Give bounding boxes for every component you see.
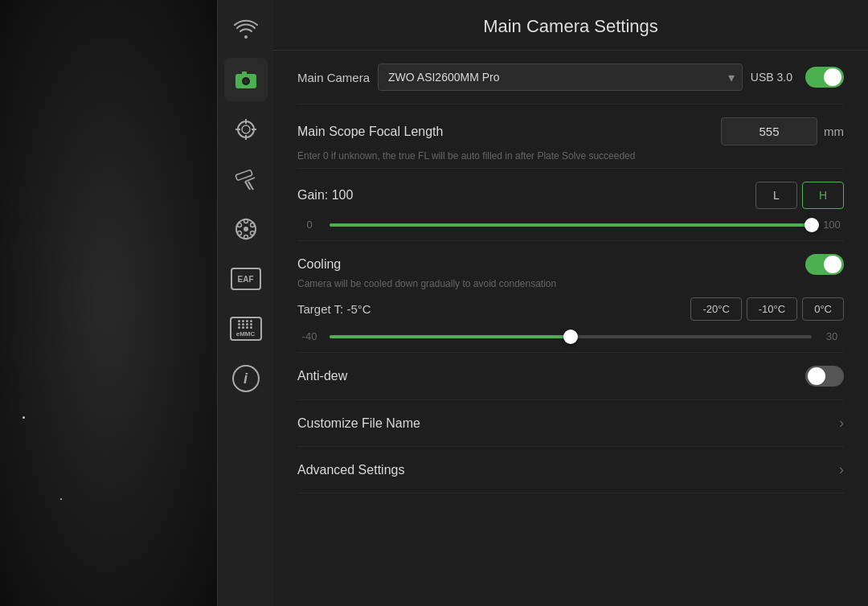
svg-point-15 (244, 227, 248, 231)
focal-label: Main Scope Focal Length (297, 125, 721, 139)
gain-max-label: 100 (820, 219, 844, 231)
info-icon: i (232, 365, 260, 392)
camera-preview-panel (0, 0, 217, 606)
cooling-preset-2[interactable]: -10°C (747, 297, 797, 321)
customize-file-label: Customize File Name (297, 416, 839, 431)
cooling-toggle-knob (824, 256, 841, 273)
usb-label: USB 3.0 (751, 71, 792, 84)
cooling-target-row: Target T: -5°C -20°C -10°C 0°C (297, 297, 844, 321)
sidebar-item-wifi[interactable] (224, 8, 268, 51)
camera-row: Main Camera ZWO ASI2600MM Pro ▾ USB 3.0 (297, 51, 844, 104)
cooling-slider-track[interactable] (330, 335, 812, 338)
gain-section: Gain: 100 L H 0 100 (297, 169, 844, 241)
cooling-max-label: 30 (820, 330, 844, 342)
advanced-settings-row[interactable]: Advanced Settings › (297, 447, 844, 493)
camera-select-wrap: ZWO ASI2600MM Pro ▾ (378, 63, 743, 91)
focal-hint: Enter 0 if unknown, the true FL will be … (297, 150, 844, 162)
cooling-preset-1[interactable]: -20°C (690, 297, 741, 321)
svg-point-18 (250, 231, 254, 235)
svg-rect-10 (235, 170, 252, 180)
page-title: Main Camera Settings (273, 0, 868, 51)
cooling-slider-fill (330, 335, 571, 338)
emmc-icon: eMMC (230, 317, 262, 341)
svg-point-19 (244, 235, 248, 240)
cooling-slider-row: -40 30 (297, 330, 844, 342)
sidebar-item-eaf[interactable]: EAF (224, 257, 268, 301)
eaf-icon: EAF (231, 268, 261, 290)
sidebar-item-camera[interactable] (224, 58, 268, 101)
focal-unit: mm (824, 125, 844, 138)
star-dot (60, 498, 62, 500)
sidebar-item-filter[interactable] (224, 207, 268, 251)
gain-slider-fill (330, 223, 812, 227)
focal-input[interactable] (721, 117, 817, 145)
cooling-hint: Camera will be cooled down gradually to … (297, 278, 844, 289)
usb-toggle[interactable] (805, 67, 844, 88)
gain-slider-track[interactable] (330, 223, 812, 227)
svg-point-20 (237, 231, 241, 235)
cooling-preset-3[interactable]: 0°C (802, 297, 844, 321)
svg-point-17 (250, 223, 254, 227)
svg-point-16 (244, 219, 248, 223)
filter-wheel-icon (234, 217, 258, 241)
telescope-icon (234, 167, 258, 191)
svg-point-21 (237, 223, 241, 227)
antidew-label: Anti-dew (297, 369, 805, 383)
svg-rect-3 (242, 72, 247, 75)
cooling-toggle[interactable] (805, 254, 844, 275)
cooling-min-label: -40 (297, 330, 321, 342)
antidew-row: Anti-dew (297, 353, 844, 400)
sidebar-item-emmc[interactable]: eMMC (224, 307, 268, 350)
focal-length-section: Main Scope Focal Length mm Enter 0 if un… (297, 104, 844, 169)
antidew-toggle-knob (808, 367, 825, 385)
settings-area: Main Camera ZWO ASI2600MM Pro ▾ USB 3.0 … (273, 51, 868, 493)
svg-point-5 (242, 125, 250, 133)
gain-min-label: 0 (297, 219, 321, 231)
gain-label: Gain: 100 (297, 188, 751, 203)
camera-select[interactable]: ZWO ASI2600MM Pro (378, 63, 743, 91)
sidebar-item-target[interactable] (224, 108, 268, 151)
toggle-knob (824, 68, 841, 86)
cooling-target-label: Target T: -5°C (297, 302, 686, 316)
gain-high-button[interactable]: H (802, 182, 844, 209)
sidebar: EAF eMMC i (217, 0, 273, 606)
camera-preview-image (0, 0, 217, 606)
crosshair-icon (234, 117, 258, 141)
advanced-settings-label: Advanced Settings (297, 463, 839, 477)
sidebar-item-info[interactable]: i (224, 357, 268, 400)
star-dot (23, 416, 25, 419)
cooling-slider-thumb[interactable] (563, 330, 578, 344)
focal-row: Main Scope Focal Length mm (297, 117, 844, 145)
gain-row: Gain: 100 L H (297, 182, 844, 209)
cooling-label: Cooling (297, 257, 805, 272)
chevron-right-icon: › (839, 415, 844, 432)
customize-file-row[interactable]: Customize File Name › (297, 400, 844, 447)
camera-icon (234, 68, 258, 92)
svg-point-2 (244, 79, 248, 84)
antidew-toggle[interactable] (805, 366, 844, 387)
cooling-header: Cooling (297, 254, 844, 275)
camera-label: Main Camera (297, 71, 370, 84)
wifi-icon (234, 18, 258, 42)
svg-line-13 (245, 178, 255, 182)
gain-low-button[interactable]: L (755, 182, 797, 209)
cooling-section: Cooling Camera will be cooled down gradu… (297, 241, 844, 353)
gain-slider-thumb[interactable] (805, 218, 819, 232)
sidebar-item-telescope[interactable] (224, 158, 268, 201)
main-content: Main Camera Settings Main Camera ZWO ASI… (273, 0, 868, 606)
chevron-right-icon-2: › (839, 461, 844, 478)
gain-slider-row: 0 100 (297, 219, 844, 231)
